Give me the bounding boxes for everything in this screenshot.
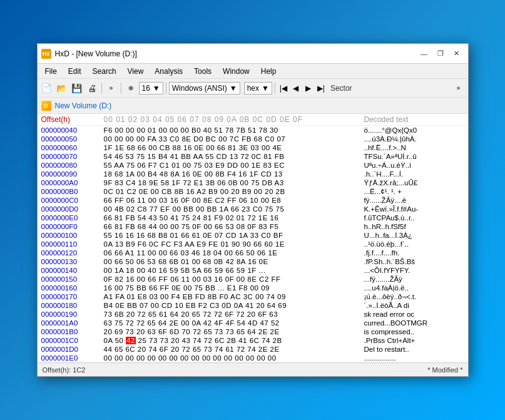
hex-header-row: Offset(h) 00 01 02 03 04 05 06 07 08 09 …: [38, 114, 468, 126]
separator-4: [275, 83, 275, 94]
table-row[interactable]: 000000040F6 00 00 00 01 00 00 00 B0 40 5…: [38, 126, 468, 135]
inspector-value: hex: [247, 84, 259, 93]
row-hex: 18 68 1A 00 B4 48 8A 16 0E 00 8B F4 16 1…: [104, 170, 364, 178]
row-hex: 0A 50 42 25 73 73 20 43 74 72 6C 2B 41 6…: [104, 337, 364, 344]
highlighted-byte: 42: [126, 337, 136, 344]
row-offset: 0000001B0: [41, 328, 104, 335]
restore-button[interactable]: ❐: [433, 48, 448, 60]
row-decoded: ..¹ö.üó.éþ...f`..: [364, 240, 464, 248]
header-hex: 00 01 02 03 04 05 06 07 08 09 0A 0B 0C 0…: [104, 115, 364, 124]
table-row[interactable]: 0000000D000 4B 02 C8 77 EF 00 BB 00 BB 1…: [38, 205, 468, 213]
row-decoded: f.ûTCPAu$.ù..r..: [364, 214, 464, 222]
table-row[interactable]: 0000001500F 82 16 00 66 FF 06 11 00 03 1…: [38, 275, 468, 284]
sector-label: Sector: [328, 84, 355, 93]
table-row[interactable]: 0000001A063 75 72 72 65 64 2E 00 0A 42 4…: [38, 319, 468, 327]
row-hex: 55 16 16 16 68 B8 01 66 61 0E 07 CD 1A 3…: [104, 232, 364, 239]
row-offset: 000000130: [41, 258, 104, 265]
toolbar-more2[interactable]: »: [452, 81, 466, 95]
row-hex: 0A 13 B9 F6 0C FC F3 AA E9 FE 01 90 90 6…: [104, 240, 364, 248]
nav-first[interactable]: |◀: [278, 83, 289, 94]
table-row[interactable]: 0000001E000 00 00 00 00 00 00 00 00 00 0…: [38, 354, 468, 362]
row-hex: 66 81 FB 68 44 00 00 75 0F 00 66 53 08 0…: [104, 223, 364, 230]
menu-window[interactable]: Window: [218, 66, 255, 77]
menu-view[interactable]: View: [123, 66, 149, 77]
row-hex: 54 46 53 75 15 B4 41 BB AA 55 CD 13 72 0…: [104, 153, 364, 160]
inspector-dropdown-arrow: ▼: [262, 84, 269, 93]
table-row[interactable]: 0000000C066 FF 06 11 00 03 16 0F 00 8E C…: [38, 196, 468, 205]
menu-help[interactable]: Help: [256, 66, 282, 77]
row-offset: 000000040: [41, 126, 104, 134]
table-row[interactable]: 00000009018 68 1A 00 B4 48 8A 16 0E 00 8…: [38, 170, 468, 178]
table-row[interactable]: 000000170A1 FA 01 E8 03 00 F4 EB FD 8B F…: [38, 292, 468, 301]
row-hex: 00 66 50 06 53 68 6B 01 00 68 0B 42 8A 1…: [104, 258, 364, 265]
table-row[interactable]: 000000180B4 0E BB 07 00 CD 10 EB F2 C3 0…: [38, 301, 468, 310]
title-controls: — ❐ ✕: [417, 48, 464, 60]
table-row[interactable]: 00000013000 66 50 06 53 68 6B 01 00 68 0…: [38, 257, 468, 266]
row-offset: 0000000E0: [41, 214, 104, 222]
row-decoded: U...h..fa...Í.3À¿: [364, 232, 464, 239]
table-row[interactable]: 0000000F066 81 FB 68 44 00 00 75 0F 00 6…: [38, 222, 468, 231]
close-button[interactable]: ✕: [449, 48, 464, 60]
row-hex: 00 00 00 00 00 00 00 00 00 00 00 00 00 0…: [104, 354, 364, 362]
nav-next[interactable]: ▶: [303, 83, 314, 94]
row-hex: F6 00 00 00 01 00 00 00 B0 40 51 78 7B 5…: [104, 126, 364, 134]
nav-prev[interactable]: ◀: [290, 83, 302, 94]
encoding-value: Windows (ANSI): [172, 84, 227, 93]
table-row[interactable]: 00000019073 6B 20 72 65 61 64 20 65 72 7…: [38, 310, 468, 319]
table-row[interactable]: 0000001D044 65 6C 20 74 6F 20 72 65 73 7…: [38, 345, 468, 354]
row-hex: 66 FF 06 11 00 03 16 0F 00 8E C2 FF 06 1…: [104, 197, 364, 204]
print-button[interactable]: 🖨: [85, 81, 99, 95]
table-row[interactable]: 0000000601F 1E 68 66 00 CB 88 16 0E 00 6…: [38, 143, 468, 152]
row-decoded: Uªu.÷Á..u.éÝ..ì: [364, 161, 464, 169]
addr-btn[interactable]: ⊕: [124, 81, 138, 95]
menu-search[interactable]: Search: [88, 66, 121, 77]
table-row[interactable]: 00000007054 46 53 75 15 B4 41 BB AA 55 C…: [38, 152, 468, 161]
table-row[interactable]: 0000000E066 81 FB 54 43 50 41 75 24 81 F…: [38, 213, 468, 222]
table-row[interactable]: 0000001C00A 50 42 25 73 73 20 43 74 72 6…: [38, 336, 468, 345]
row-decoded: ö.......°@Qx{Qx0: [364, 126, 464, 134]
header-offset: Offset(h): [41, 115, 104, 124]
minimize-button[interactable]: —: [417, 48, 432, 60]
row-decoded: ....u4.faÁ|ö.ë..: [364, 284, 464, 292]
encoding-dropdown[interactable]: Windows (ANSI) ▼: [169, 82, 240, 95]
menu-tools[interactable]: Tools: [189, 66, 217, 77]
table-row[interactable]: 00000005000 00 00 00 FA 33 C0 8E D0 BC 0…: [38, 135, 468, 143]
breadcrumb-bar: D New Volume (D:): [38, 98, 468, 114]
table-row[interactable]: 00000008055 AA 75 06 F7 C1 01 00 75 03 E…: [38, 161, 468, 170]
nav-last[interactable]: ▶|: [315, 83, 327, 94]
table-row[interactable]: 0000000A09F 83 C4 18 9E 58 1F 72 E1 3B 0…: [38, 178, 468, 187]
status-offset: Offset(h): 1C2: [43, 366, 86, 374]
row-offset: 000000150: [41, 275, 104, 283]
table-row[interactable]: 0000000B00C 01 C2 0E 00 CB 8B 16 A2 B9 0…: [38, 187, 468, 196]
inspector-dropdown[interactable]: hex ▼: [244, 82, 272, 95]
table-row[interactable]: 00000014000 1A 18 00 40 16 59 5B 5A 66 5…: [38, 266, 468, 275]
row-offset: 000000100: [41, 232, 104, 239]
menu-edit[interactable]: Edit: [63, 66, 86, 77]
menu-analysis[interactable]: Analysis: [150, 66, 188, 77]
new-button[interactable]: 📄: [40, 81, 54, 95]
toolbar-more[interactable]: »: [105, 81, 118, 95]
encoding-dropdown-group: Windows (ANSI) ▼: [169, 82, 240, 95]
row-hex: 00 00 00 00 FA 33 C0 8E D0 BC 00 7C FB 6…: [104, 135, 364, 143]
row-offset: 0000000F0: [41, 223, 104, 230]
open-button[interactable]: 📂: [55, 81, 69, 95]
table-row[interactable]: 0000001B020 69 73 20 63 6F 6D 70 72 65 7…: [38, 327, 468, 336]
offset-dropdown[interactable]: 16 ▼: [139, 82, 163, 95]
row-offset: 000000190: [41, 310, 104, 318]
table-row[interactable]: 00000012006 66 A1 11 00 00 66 03 46 18 0…: [38, 248, 468, 257]
row-offset: 000000170: [41, 293, 104, 300]
row-decoded: ...<ÔI.fYFYFY.: [364, 267, 464, 274]
menu-file[interactable]: File: [40, 66, 62, 77]
main-window: Hx HxD - [New Volume (D:)] — ❐ ✕ File Ed…: [37, 43, 469, 377]
table-row[interactable]: 0000001100A 13 B9 F6 0C FC F3 AA E9 FE 0…: [38, 240, 468, 248]
save-button[interactable]: 💾: [70, 81, 84, 95]
table-row[interactable]: 00000016016 00 75 BB 66 FF 0E 00 75 BB .…: [38, 284, 468, 292]
offset-dropdown-arrow: ▼: [153, 84, 160, 93]
table-row[interactable]: 00000010055 16 16 16 68 B8 01 66 61 0E 0…: [38, 231, 468, 240]
toolbar: 📄 📂 💾 🖨 » ⊕ 16 ▼ Windows (ANSI) ▼ hex ▼: [38, 79, 468, 98]
menu-bar: File Edit Search View Analysis Tools Win…: [38, 64, 468, 79]
row-offset: 000000050: [41, 135, 104, 143]
row-offset: 000000110: [41, 240, 104, 248]
hex-scrollable[interactable]: Offset(h) 00 01 02 03 04 05 06 07 08 09 …: [38, 114, 468, 362]
offset-dropdown-group: 16 ▼: [139, 82, 163, 95]
